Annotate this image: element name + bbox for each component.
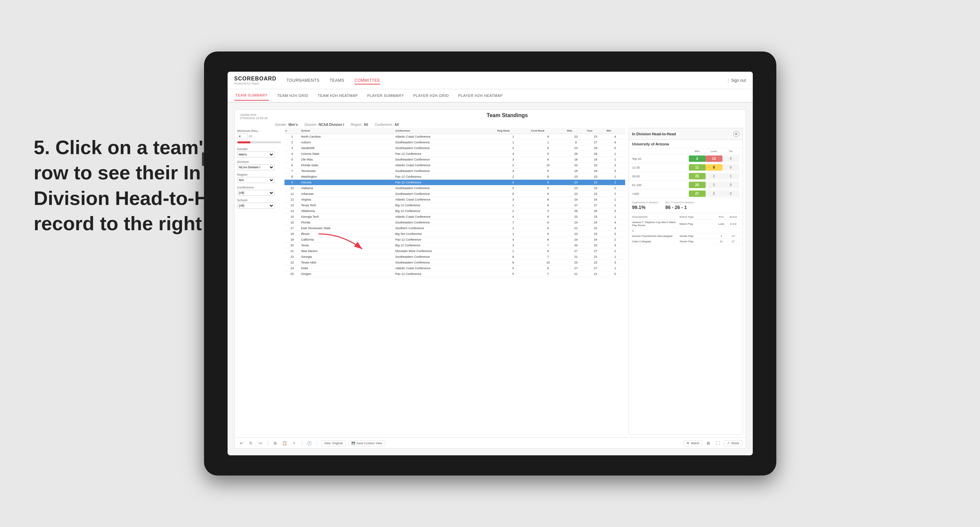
h2h-title: In Division Head-to-Head: [632, 132, 676, 136]
table-row[interactable]: 12 Virginia Atlantic Coast Conference 3 …: [285, 197, 625, 203]
cell-school: Vanderbilt: [300, 145, 394, 151]
update-time-label: Update time:: [240, 113, 268, 116]
cell-rank: 11: [285, 191, 300, 197]
col-conf-rank: Conf Rank: [530, 128, 566, 134]
col-school: School: [300, 128, 394, 134]
expand-button[interactable]: ⛶: [714, 440, 721, 446]
add-button[interactable]: +: [291, 440, 298, 446]
gender-filter-display: Gender: Men's: [275, 123, 298, 127]
cell-rds: 23: [566, 174, 586, 180]
nav-tournaments[interactable]: TOURNAMENTS: [286, 76, 320, 84]
table-row[interactable]: 14 Oklahoma Big 12 Conference 2 3 26 26 …: [285, 208, 625, 214]
cell-rank: 24: [285, 265, 300, 271]
cell-school: Texas: [300, 243, 394, 248]
paste-button[interactable]: 📋: [282, 440, 288, 446]
cell-win: 1: [605, 254, 625, 260]
update-time-block: Update time: 27/03/2024 16:56:26: [240, 113, 268, 120]
forward-button[interactable]: ↪: [257, 440, 264, 446]
gender-select[interactable]: Men's Women's: [237, 151, 274, 157]
h2h-2650-win: 25: [689, 173, 706, 179]
cell-conference: Southeastern Conference: [394, 140, 496, 145]
clock-button[interactable]: 🕐: [306, 440, 313, 446]
cell-conference: Atlantic Coast Conference: [394, 265, 496, 271]
subnav-team-summary[interactable]: TEAM SUMMARY: [234, 90, 269, 101]
table-row[interactable]: 8 Washington Pac-12 Conference 2 8 23 23…: [285, 174, 625, 180]
watch-button[interactable]: 👁 Watch: [683, 440, 702, 446]
school-select[interactable]: (All): [237, 203, 274, 209]
cell-reg-rank: 1: [496, 231, 530, 237]
cell-conf-rank: 8: [530, 214, 566, 220]
app-container: Update time: 27/03/2024 16:56:26 Team St…: [234, 110, 746, 449]
table-row[interactable]: 1 North Carolina Atlantic Coast Conferen…: [285, 134, 625, 140]
min-rounds-slider[interactable]: [237, 141, 281, 143]
content-area: Minimum Rou... 20 Gender: [235, 128, 746, 438]
nav-committee[interactable]: COMMITTEE: [355, 76, 380, 84]
cell-win: 4: [605, 220, 625, 225]
cell-conference: Big 12 Conference: [394, 208, 496, 214]
cell-rds: 23: [566, 162, 586, 168]
table-row[interactable]: 19 California Pac-12 Conference 4 8 24 2…: [285, 237, 625, 243]
table-row[interactable]: 2 Auburn Southeastern Conference 1 1 9 2…: [285, 140, 625, 145]
table-row[interactable]: 25 Oregon Pac-12 Conference 5 7 21 21 0: [285, 271, 625, 277]
cell-rank: 23: [285, 260, 300, 265]
cell-tour: 27: [586, 203, 605, 208]
table-row[interactable]: 24 Duke Atlantic Coast Conference 5 9 27…: [285, 265, 625, 271]
table-row[interactable]: 7 Tennessee Southeastern Conference 4 6 …: [285, 168, 625, 174]
subnav-player-h2h-grid[interactable]: PLAYER H2H GRID: [412, 91, 450, 100]
table-row[interactable]: 4 Arizona State Pac-12 Conference 4 9 26…: [285, 151, 625, 157]
cell-reg-rank: 5: [496, 271, 530, 277]
cell-reg-rank: 3: [496, 197, 530, 203]
cell-conf-rank: 9: [530, 231, 566, 237]
share-label: Share: [731, 441, 739, 445]
save-custom-button[interactable]: 💾 Save Custom View: [348, 440, 385, 446]
table-row[interactable]: 23 Texas A&M Southeastern Conference 9 1…: [285, 260, 625, 265]
region-select[interactable]: N/A All: [237, 177, 274, 183]
copy-button[interactable]: ⧉: [272, 440, 279, 446]
subnav-team-h2h-grid[interactable]: TEAM H2H GRID: [276, 91, 310, 100]
table-row[interactable]: 9 Arizona Pac-12 Conference 5 8 23 23 2: [285, 180, 625, 186]
cell-conf-rank: 8: [530, 191, 566, 197]
cell-rank: 18: [285, 231, 300, 237]
nav-teams[interactable]: TEAMS: [329, 76, 344, 84]
cell-win: 2: [605, 203, 625, 208]
table-row[interactable]: 20 Texas Big 12 Conference 3 7 20 20 3: [285, 243, 625, 248]
cell-tour: 27: [586, 265, 605, 271]
table-row[interactable]: 10 Alabama Southeastern Conference 5 8 2…: [285, 186, 625, 191]
cell-rank: 4: [285, 151, 300, 157]
table-row[interactable]: 17 East Tennessee State Southern Confere…: [285, 225, 625, 231]
table-row[interactable]: 21 New Mexico Mountain West Conference 1…: [285, 248, 625, 254]
h2h-close-button[interactable]: ✕: [733, 131, 739, 137]
share-button[interactable]: ↗ Share: [724, 440, 742, 446]
table-row[interactable]: 18 Illinois Big Ten Conference 1 9 23 23…: [285, 231, 625, 237]
table-row[interactable]: 13 Texas Tech Big 12 Conference 1 9 27 2…: [285, 203, 625, 208]
division-select[interactable]: NCAA Division I NCAA Division II NCAA Di…: [237, 164, 274, 170]
cell-reg-rank: 4: [496, 151, 530, 157]
table-row[interactable]: 5 Ole Miss Southeastern Conference 3 6 1…: [285, 157, 625, 162]
filters-row: Gender: Men's Division: NCAA Division I …: [235, 122, 746, 128]
table-row[interactable]: 22 Georgia Southeastern Conference 8 7 2…: [285, 254, 625, 260]
undo-button[interactable]: ↩: [238, 440, 245, 446]
sign-out-link[interactable]: Sign out: [731, 78, 746, 83]
conference-select[interactable]: (All): [237, 190, 274, 196]
cell-rds: 9: [566, 140, 586, 145]
view-original-button[interactable]: View: Original: [321, 440, 346, 446]
cell-win: 1: [605, 214, 625, 220]
redo-button[interactable]: ↻: [247, 440, 254, 446]
table-row[interactable]: 15 Georgia Tech Atlantic Coast Conferenc…: [285, 214, 625, 220]
table-row[interactable]: 3 Vanderbilt Southeastern Conference 2 8…: [285, 145, 625, 151]
cell-tour: 23: [586, 134, 605, 140]
cell-tour: 23: [586, 214, 605, 220]
subnav-player-summary[interactable]: PLAYER SUMMARY: [366, 91, 405, 100]
cell-conf-rank: 8: [530, 180, 566, 186]
subnav-player-h2h-heatmap[interactable]: PLAYER H2H HEATMAP: [457, 91, 504, 100]
layout-button[interactable]: ⊞: [705, 440, 712, 446]
table-row[interactable]: 16 Florida Southeastern Conference 7 9 2…: [285, 220, 625, 225]
min-rounds-field[interactable]: [237, 133, 247, 139]
table-row[interactable]: 6 Florida State Atlantic Coast Conferenc…: [285, 162, 625, 168]
col-tournament-name: Tournament: [632, 215, 680, 218]
cell-rank: 25: [285, 271, 300, 277]
subnav-team-h2h-heatmap[interactable]: TEAM H2H HEATMAP: [317, 91, 359, 100]
tournament-row-1b: 1: [629, 228, 743, 233]
region-filter-display: Region: All: [351, 123, 368, 127]
table-row[interactable]: 11 Arkansas Southeastern Conference 6 8 …: [285, 191, 625, 197]
